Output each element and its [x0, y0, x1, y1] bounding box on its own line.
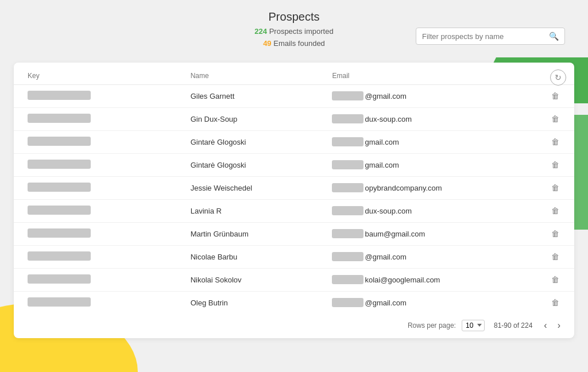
table-row: Lavinia Rdux-soup.com🗑	[14, 199, 574, 222]
cell-key	[14, 222, 181, 245]
col-header-key: Key	[14, 72, 181, 85]
email-suffix: gmail.com	[365, 161, 399, 169]
pagination-range: 81-90 of 224	[494, 321, 532, 330]
table-header-row: Key Name Email	[14, 72, 574, 85]
cell-key	[14, 130, 181, 153]
key-placeholder	[28, 137, 91, 146]
key-placeholder	[28, 114, 91, 123]
delete-icon[interactable]: 🗑	[551, 160, 559, 169]
cell-name: Jessie Weischedel	[181, 176, 323, 199]
cell-email: kolai@googlemail.com	[323, 268, 541, 291]
cell-key	[14, 153, 181, 176]
key-placeholder	[28, 274, 91, 284]
col-header-email: Email	[323, 72, 541, 85]
key-placeholder	[28, 297, 91, 307]
refresh-icon: ↻	[555, 73, 562, 82]
prospects-count: 224	[254, 27, 267, 36]
delete-icon[interactable]: 🗑	[551, 183, 559, 192]
cell-name: Gintarė Glogoski	[181, 153, 323, 176]
delete-icon[interactable]: 🗑	[551, 114, 559, 123]
email-suffix: opybrandcompany.com	[365, 184, 442, 192]
cell-delete: 🗑	[542, 176, 574, 199]
table-row: Nicolae Barbu@gmail.com🗑	[14, 245, 574, 268]
email-suffix: dux-soup.com	[365, 207, 412, 215]
prospects-label: Prospects imported	[269, 27, 334, 36]
key-placeholder	[28, 251, 91, 261]
email-blur	[332, 206, 363, 215]
email-blur	[332, 160, 363, 169]
cell-email: dux-soup.com	[323, 199, 541, 222]
delete-icon[interactable]: 🗑	[551, 91, 559, 100]
email-suffix: kolai@googlemail.com	[365, 276, 440, 284]
rows-per-page-select[interactable]: 10 25 50	[462, 320, 485, 331]
cell-name: Lavinia R	[181, 199, 323, 222]
cell-email: gmail.com	[323, 130, 541, 153]
cell-email: @gmail.com	[323, 291, 541, 314]
rows-per-page-label: Rows per page:	[408, 321, 456, 330]
delete-icon[interactable]: 🗑	[551, 275, 559, 284]
email-blur	[332, 229, 363, 238]
delete-icon[interactable]: 🗑	[551, 229, 559, 238]
cell-delete: 🗑	[542, 84, 574, 107]
email-blur	[332, 252, 363, 261]
table-row: Oleg Butrin@gmail.com🗑	[14, 291, 574, 314]
key-placeholder	[28, 91, 91, 100]
key-placeholder	[28, 206, 91, 215]
email-suffix: gmail.com	[365, 138, 399, 146]
search-icon: 🔍	[549, 32, 559, 41]
refresh-button[interactable]: ↻	[550, 69, 566, 86]
table-row: Martin Grünbaumbaum@gmail.com🗑	[14, 222, 574, 245]
key-placeholder	[28, 183, 91, 192]
delete-icon[interactable]: 🗑	[551, 137, 559, 146]
key-placeholder	[28, 228, 91, 238]
table-row: Jessie Weischedelopybrandcompany.com🗑	[14, 176, 574, 199]
cell-delete: 🗑	[542, 107, 574, 130]
search-input[interactable]	[422, 32, 546, 41]
cell-name: Giles Garnett	[181, 84, 323, 107]
cell-delete: 🗑	[542, 291, 574, 314]
cell-name: Oleg Butrin	[181, 291, 323, 314]
email-blur	[332, 137, 363, 146]
prospects-card: ↻ Key Name Email Giles Garnett@gmail.com…	[14, 63, 574, 338]
table-row: Giles Garnett@gmail.com🗑	[14, 84, 574, 107]
cell-email: opybrandcompany.com	[323, 176, 541, 199]
search-container: 🔍	[416, 28, 565, 45]
email-blur	[332, 298, 363, 307]
cell-email: @gmail.com	[323, 245, 541, 268]
emails-label: Emails founded	[273, 39, 325, 48]
email-blur	[332, 114, 363, 123]
cell-key	[14, 199, 181, 222]
cell-name: Nicolae Barbu	[181, 245, 323, 268]
cell-key	[14, 107, 181, 130]
cell-delete: 🗑	[542, 222, 574, 245]
cell-key	[14, 84, 181, 107]
table-row: Gintarė Glogoskigmail.com🗑	[14, 130, 574, 153]
email-blur	[332, 91, 363, 100]
table-row: Nikolai Sokolovkolai@googlemail.com🗑	[14, 268, 574, 291]
cell-delete: 🗑	[542, 130, 574, 153]
email-blur	[332, 183, 363, 192]
pagination: Rows per page: 10 25 50 81-90 of 224 ‹ ›	[14, 314, 574, 338]
emails-count: 49	[263, 39, 271, 48]
cell-email: gmail.com	[323, 153, 541, 176]
email-suffix: dux-soup.com	[365, 115, 412, 123]
table-row: Gintarė Glogoskigmail.com🗑	[14, 153, 574, 176]
page-title: Prospects	[0, 10, 588, 24]
cell-key	[14, 291, 181, 314]
pagination-prev-button[interactable]: ‹	[541, 320, 549, 331]
delete-icon[interactable]: 🗑	[551, 206, 559, 215]
delete-icon[interactable]: 🗑	[551, 298, 559, 307]
cell-name: Nikolai Sokolov	[181, 268, 323, 291]
email-suffix: @gmail.com	[365, 253, 406, 261]
cell-delete: 🗑	[542, 153, 574, 176]
cell-name: Gintarė Glogoski	[181, 130, 323, 153]
cell-email: dux-soup.com	[323, 107, 541, 130]
key-placeholder	[28, 160, 91, 169]
email-suffix: @gmail.com	[365, 92, 406, 100]
pagination-next-button[interactable]: ›	[555, 320, 563, 331]
cell-email: baum@gmail.com	[323, 222, 541, 245]
delete-icon[interactable]: 🗑	[551, 252, 559, 261]
cell-key	[14, 245, 181, 268]
cell-name: Gin Dux-Soup	[181, 107, 323, 130]
cell-key	[14, 268, 181, 291]
